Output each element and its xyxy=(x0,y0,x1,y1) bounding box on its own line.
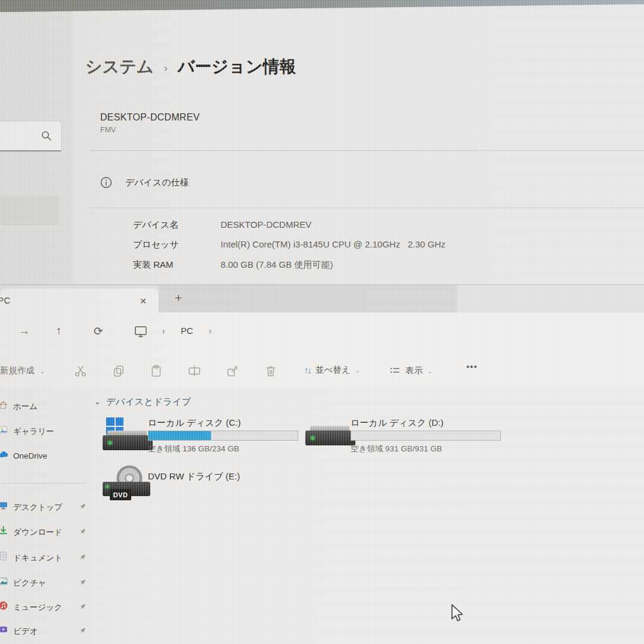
sidebar-item-label: ビデオ xyxy=(13,626,38,637)
device-name-heading: DESKTOP-DCDMREV xyxy=(100,112,200,123)
delete-button[interactable] xyxy=(264,364,277,377)
breadcrumb-chevron-icon: › xyxy=(209,326,212,336)
sidebar-item-label: ギャラリー xyxy=(13,426,54,437)
drive-free-space: 空き領域 931 GB/931 GB xyxy=(351,444,442,454)
pin-icon xyxy=(79,578,86,589)
drive-e-dvd-tile[interactable]: DVD DVD RW ドライブ (E:) xyxy=(101,469,304,508)
drive-name: ローカル ディスク (C:) xyxy=(148,417,241,429)
sidebar-item-onedrive[interactable]: OneDrive xyxy=(0,448,91,466)
sidebar-item-label: ダウンロード xyxy=(13,527,63,538)
sidebar-item-label: ピクチャ xyxy=(13,578,46,589)
copy-button[interactable] xyxy=(112,364,125,377)
this-pc-icon[interactable] xyxy=(134,324,148,339)
breadcrumb-separator-icon: › xyxy=(164,61,168,75)
spec-value: Intel(R) Core(TM) i3-8145U CPU @ 2.10GHz… xyxy=(221,239,445,250)
spec-value: DESKTOP-DCDMREV xyxy=(221,219,311,231)
section-title: デバイスの仕様 xyxy=(125,177,189,188)
view-icon xyxy=(389,364,401,376)
explorer-body: ホーム ギャラリー OneDrive デスクトップ xyxy=(0,389,644,644)
spec-row-device-name: デバイス名 DESKTOP-DCDMREV xyxy=(133,219,311,231)
drive-d-usage-bar xyxy=(351,431,501,441)
videos-icon xyxy=(0,624,8,637)
drive-d-tile[interactable]: ローカル ディスク (D:) 空き領域 931 GB/931 GB xyxy=(304,417,507,457)
settings-search-input[interactable] xyxy=(0,121,61,151)
refresh-icon[interactable]: ⟳ xyxy=(94,324,103,338)
pin-icon xyxy=(79,602,86,613)
more-options-icon[interactable]: ••• xyxy=(466,361,478,371)
view-button[interactable]: 表示 ⌄ xyxy=(389,364,432,376)
settings-breadcrumb: システム › バージョン情報 xyxy=(85,55,296,78)
share-button[interactable] xyxy=(226,364,239,377)
sidebar-item-music[interactable]: ミュージック xyxy=(0,599,91,617)
mouse-cursor xyxy=(450,603,465,624)
sidebar-item-desktop[interactable]: デスクトップ xyxy=(0,499,91,516)
chevron-down-icon: ⌄ xyxy=(94,397,101,406)
spec-label: デバイス名 xyxy=(133,219,221,231)
breadcrumb-chevron-icon: › xyxy=(162,326,165,336)
settings-window: システム › バージョン情報 DESKTOP-DCDMREV FMV デバイスの… xyxy=(0,9,644,286)
new-tab-button[interactable]: ＋ xyxy=(171,290,186,305)
breadcrumb-pc[interactable]: PC xyxy=(181,326,193,336)
sort-label: 並べ替え xyxy=(315,364,351,376)
sidebar-item-downloads[interactable]: ダウンロード xyxy=(0,524,91,541)
chevron-down-icon: ⌄ xyxy=(40,368,45,374)
pin-icon xyxy=(79,502,86,513)
sidebar-item-pictures[interactable]: ピクチャ xyxy=(0,574,91,592)
file-explorer-window: PC ✕ ＋ → ↑ ⟳ › PC › 新規作成 ⌄ xyxy=(0,285,644,644)
drive-name: ローカル ディスク (D:) xyxy=(351,417,444,429)
settings-sidebar-selected-item[interactable] xyxy=(0,196,60,225)
desktop-icon xyxy=(0,500,8,513)
tab-close-icon[interactable]: ✕ xyxy=(136,294,150,308)
pictures-icon xyxy=(0,576,8,589)
divider xyxy=(89,208,644,208)
drive-c-tile[interactable]: ローカル ディスク (C:) 空き領域 136 GB/234 GB xyxy=(101,417,304,457)
pin-icon xyxy=(79,527,86,538)
photographed-screen: システム › バージョン情報 DESKTOP-DCDMREV FMV デバイスの… xyxy=(0,0,644,644)
up-icon[interactable]: ↑ xyxy=(56,324,62,338)
onedrive-cloud-icon xyxy=(0,450,8,462)
forward-icon[interactable]: → xyxy=(18,324,30,338)
tab-bar-background xyxy=(159,285,457,312)
rename-button[interactable] xyxy=(188,364,201,377)
divider xyxy=(89,150,644,151)
search-icon xyxy=(41,130,52,142)
spec-row-processor: プロセッサ Intel(R) Core(TM) i3-8145U CPU @ 2… xyxy=(133,239,445,250)
new-item-button[interactable]: 新規作成 ⌄ xyxy=(0,365,45,376)
sidebar-item-label: デスクトップ xyxy=(13,502,63,513)
drive-c-usage-bar xyxy=(148,431,298,441)
info-icon xyxy=(100,176,113,189)
sidebar-item-gallery[interactable]: ギャラリー xyxy=(0,423,91,441)
explorer-toolbar: 新規作成 ⌄ ↑↓ 並べ替え ⌄ xyxy=(0,353,644,389)
device-specs-section-header[interactable]: デバイスの仕様 xyxy=(100,176,189,189)
tab-pc[interactable]: PC ✕ xyxy=(0,289,159,312)
pin-icon xyxy=(79,626,86,637)
sidebar-item-documents[interactable]: ドキュメント xyxy=(0,549,91,567)
page-title: バージョン情報 xyxy=(178,55,296,78)
device-model: FMV xyxy=(100,126,200,134)
view-label: 表示 xyxy=(405,365,423,376)
dvd-badge: DVD xyxy=(110,489,131,500)
breadcrumb-parent[interactable]: システム xyxy=(85,55,154,78)
gallery-icon xyxy=(0,425,8,437)
sidebar-item-label: ホーム xyxy=(13,401,38,412)
sort-button[interactable]: ↑↓ 並べ替え ⌄ xyxy=(304,364,360,376)
drive-free-space: 空き領域 136 GB/234 GB xyxy=(148,444,239,454)
new-item-label: 新規作成 xyxy=(0,365,35,376)
group-header-label: デバイスとドライブ xyxy=(106,396,191,408)
sidebar-item-videos[interactable]: ビデオ xyxy=(0,623,91,640)
downloads-icon xyxy=(0,525,8,538)
paste-button[interactable] xyxy=(150,364,163,377)
sort-icon: ↑↓ xyxy=(304,365,311,375)
device-header: DESKTOP-DCDMREV FMV xyxy=(100,112,200,134)
sidebar-item-home[interactable]: ホーム xyxy=(0,398,91,416)
spec-row-ram: 実装 RAM 8.00 GB (7.84 GB 使用可能) xyxy=(133,259,333,271)
cut-button[interactable] xyxy=(74,364,87,377)
drive-name: DVD RW ドライブ (E:) xyxy=(148,471,240,482)
home-icon xyxy=(0,400,8,412)
sidebar-divider xyxy=(1,483,86,484)
explorer-tab-bar: PC ✕ ＋ xyxy=(0,285,644,312)
tab-title: PC xyxy=(0,295,11,305)
devices-and-drives-group-header[interactable]: ⌄ デバイスとドライブ xyxy=(94,396,191,408)
spec-label: 実装 RAM xyxy=(133,259,221,271)
sidebar-item-label: ドキュメント xyxy=(13,553,63,564)
